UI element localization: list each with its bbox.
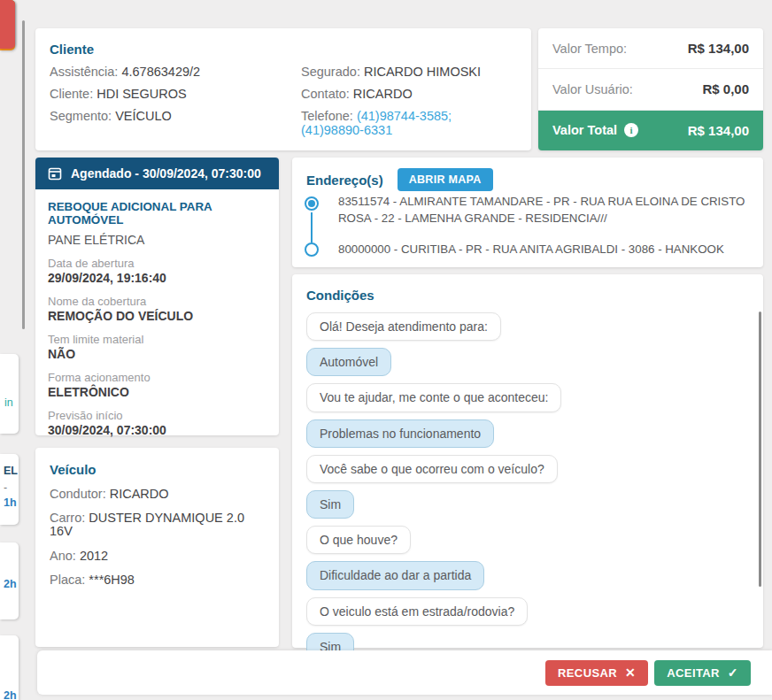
field-value: NÃO (48, 347, 266, 361)
chat-transcript: Olá! Deseja atendimento para: Automóvel … (306, 312, 749, 661)
year-field: Ano: 2012 (50, 550, 265, 563)
field-value: ELETRÔNICO (48, 385, 266, 399)
queue-card-text: EL (4, 465, 18, 477)
reject-button[interactable]: RECUSAR ✕ (545, 660, 648, 686)
price-row-total: Valor Total i R$ 134,00 (538, 111, 763, 150)
queue-card-text: - (4, 481, 7, 494)
reject-button-label: RECUSAR (558, 666, 617, 680)
vehicle-card-title: Veículo (50, 462, 265, 477)
service-name: REBOQUE ADICIONAL PARA AUTOMÓVEL (48, 200, 266, 227)
schedule-card: Agendado - 30/09/2024, 07:30:00 REBOQUE … (35, 158, 279, 435)
conditions-scrollbar[interactable] (759, 312, 761, 587)
queue-card-white-1[interactable]: in (0, 354, 19, 434)
footer-action-bar: RECUSAR ✕ ACEITAR ✓ (37, 650, 772, 695)
client-card-left-column: Assistência: 4.67863429/2 Cliente: HDI S… (50, 65, 301, 146)
queue-card-text: 1h (4, 496, 17, 509)
problem-name: PANE ELÉTRICA (48, 233, 266, 247)
price-value: R$ 134,00 (688, 41, 749, 56)
contact-field: Contato: RICARDO (301, 88, 517, 101)
client-card-right-column: Segurado: RICARDO HIMOSKI Contato: RICAR… (301, 65, 517, 146)
schedule-header: Agendado - 30/09/2024, 07:30:00 (35, 158, 279, 189)
chat-answer: Dificuldade ao dar a partida (306, 561, 484, 589)
client-card-title: Cliente (50, 42, 517, 57)
address-title: Endereço(s) (306, 173, 383, 188)
price-card: Valor Tempo: R$ 134,00 Valor Usuário: R$… (538, 28, 763, 150)
total-label: Valor Total (552, 123, 617, 137)
destination-address: 80000000 - CURITIBA - PR - RUA ANITA AGR… (338, 242, 751, 258)
conditions-title: Condições (306, 288, 749, 303)
car-field: Carro: DUSTER DYNAMIQUE 2.0 16V (50, 512, 265, 538)
assistance-field: Assistência: 4.67863429/2 (50, 65, 301, 79)
phone-field: Telefone: (41)98744-3585; (41)98890-6331 (301, 110, 517, 136)
client-card: Cliente Assistência: 4.67863429/2 Client… (35, 28, 531, 150)
plate-field: Placa: ***6H98 (50, 573, 265, 587)
address-card: Endereço(s) ABRIR MAPA 83511574 - ALMIRA… (292, 158, 763, 267)
main-scrollbar[interactable] (22, 20, 25, 329)
price-value: R$ 0,00 (702, 81, 749, 96)
price-label: Valor Usuário: (552, 82, 633, 96)
segment-field: Segmento: VEÍCULO (50, 110, 301, 123)
queue-card-white-3[interactable]: 2h (0, 542, 19, 619)
conditions-panel: Condições Olá! Deseja atendimento para: … (292, 274, 763, 648)
field-label: Data de abertura (48, 257, 266, 270)
queue-card-red[interactable] (0, 0, 15, 49)
open-map-button[interactable]: ABRIR MAPA (398, 168, 493, 191)
queue-card-text: 2h (4, 578, 17, 590)
driver-field: Condutor: RICARDO (50, 488, 265, 501)
info-icon[interactable]: i (624, 123, 638, 137)
check-icon: ✓ (728, 665, 738, 680)
insured-field: Segurado: RICARDO HIMOSKI (301, 65, 517, 79)
client-field: Cliente: HDI SEGUROS (50, 88, 301, 101)
field-label: Tem limite material (48, 333, 266, 346)
vehicle-card: Veículo Condutor: RICARDO Carro: DUSTER … (35, 448, 279, 647)
price-label: Valor Tempo: (552, 42, 627, 56)
queue-card-text: 2h (4, 689, 17, 700)
field-value: REMOÇÃO DO VEÍCULO (48, 309, 266, 323)
total-value: R$ 134,00 (688, 123, 749, 138)
origin-radio-icon[interactable] (305, 196, 319, 211)
field-label: Previsão início (48, 409, 266, 422)
field-value: 30/09/2024, 07:30:00 (48, 423, 266, 437)
origin-address: 83511574 - ALMIRANTE TAMANDARE - PR - RU… (338, 194, 751, 227)
queue-card-white-2[interactable]: EL - 1h (0, 454, 19, 525)
chat-question: Você sabe o que ocorreu com o veículo? (306, 455, 558, 483)
price-row-time: Valor Tempo: R$ 134,00 (538, 28, 763, 69)
field-label: Forma acionamento (48, 371, 266, 384)
price-row-user: Valor Usuário: R$ 0,00 (538, 69, 763, 110)
queue-card-white-4[interactable]: 2h (0, 635, 19, 700)
calendar-icon (48, 166, 62, 181)
accept-button[interactable]: ACEITAR ✓ (654, 660, 751, 686)
field-label: Nome da cobertura (48, 295, 266, 308)
chat-answer: Automóvel (306, 348, 391, 376)
chat-question: O que houve? (306, 526, 411, 554)
field-value: 29/09/2024, 19:16:40 (48, 271, 266, 285)
queue-card-text: in (4, 396, 13, 409)
schedule-header-text: Agendado - 30/09/2024, 07:30:00 (71, 166, 261, 181)
chat-question: Olá! Deseja atendimento para: (306, 312, 501, 341)
destination-radio-icon[interactable] (305, 242, 319, 257)
route-connector-line (311, 212, 313, 242)
chat-question: Vou te ajudar, me conte o que aconteceu: (306, 383, 561, 412)
chat-question: O veiculo está em estrada/rodovia? (306, 597, 528, 626)
chat-answer: Problemas no funcionamento (306, 419, 494, 448)
x-icon: ✕ (625, 665, 636, 680)
accept-button-label: ACEITAR (667, 666, 720, 680)
chat-answer: Sim (306, 490, 354, 519)
